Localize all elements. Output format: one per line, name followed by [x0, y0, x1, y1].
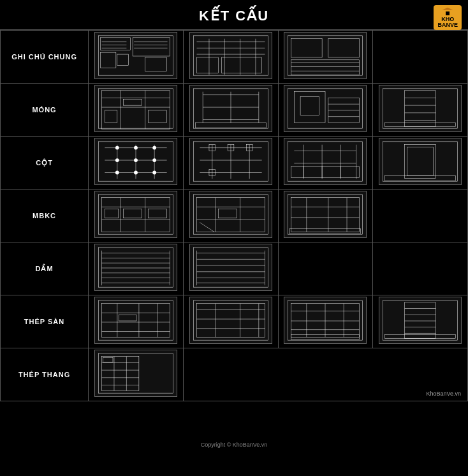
- main-container: KẾT CẤU KHO BANVE GHI CHÚ CHUNG: [0, 0, 468, 476]
- svg-rect-57: [405, 91, 436, 126]
- table-row: MBKC: [1, 190, 468, 242]
- svg-point-77: [134, 171, 138, 175]
- svg-rect-38: [123, 99, 142, 105]
- svg-rect-130: [99, 248, 173, 287]
- svg-rect-24: [221, 57, 261, 73]
- drawing-cell: [89, 295, 184, 348]
- drawing-thumb: [189, 32, 272, 79]
- svg-rect-106: [101, 198, 170, 232]
- svg-rect-51: [300, 97, 319, 115]
- drawing-cell: [183, 242, 278, 295]
- drawing-thumb: [94, 32, 177, 79]
- row-label: THÉP THANG: [1, 348, 89, 401]
- drawing-cell: [278, 84, 373, 137]
- svg-rect-14: [145, 57, 167, 71]
- svg-marker-1: [442, 8, 453, 10]
- svg-rect-26: [291, 39, 323, 57]
- drawing-thumb: [379, 138, 462, 185]
- svg-rect-101: [383, 142, 458, 181]
- logo-icon: [442, 7, 453, 16]
- title-bar: KẾT CẤU: [0, 0, 468, 30]
- svg-rect-176: [405, 302, 436, 338]
- svg-rect-3: [99, 36, 173, 75]
- table-row: THÉP THANG: [1, 348, 468, 401]
- svg-rect-2: [446, 11, 450, 15]
- svg-rect-56: [383, 89, 458, 128]
- svg-rect-115: [196, 198, 265, 232]
- drawing-cell: [89, 242, 184, 295]
- drawing-cell: [89, 84, 184, 137]
- drawing-thumb: [284, 85, 367, 132]
- svg-rect-40: [148, 110, 166, 123]
- content-table: GHI CHÚ CHUNG: [0, 30, 468, 401]
- svg-rect-39: [105, 110, 117, 123]
- drawing-thumb: [284, 32, 367, 79]
- drawing-thumb: [94, 85, 177, 132]
- watermark-text: KhoBanVe.vn: [426, 390, 461, 397]
- svg-point-72: [152, 146, 156, 150]
- svg-rect-15: [193, 36, 268, 75]
- svg-line-121: [200, 223, 214, 232]
- svg-point-78: [152, 171, 156, 175]
- drawing-cell: [89, 190, 184, 242]
- logo: KHO BANVE: [434, 5, 462, 30]
- drawing-cell: [89, 137, 184, 190]
- drawing-cell: [183, 137, 278, 190]
- drawing-cell-empty: [373, 190, 468, 242]
- page-title: KẾT CẤU: [199, 8, 269, 24]
- svg-rect-191: [103, 358, 113, 362]
- table-row: CỘT: [1, 137, 468, 190]
- svg-rect-97: [291, 167, 360, 178]
- row-label: CỘT: [1, 137, 89, 190]
- svg-rect-90: [288, 142, 363, 181]
- row-label: GHI CHÚ CHUNG: [1, 31, 89, 84]
- drawing-thumb: [189, 138, 272, 185]
- drawing-thumb: [284, 297, 367, 344]
- drawing-thumb: [189, 191, 272, 238]
- drawing-cell-empty: [373, 31, 468, 84]
- svg-rect-62: [385, 123, 456, 126]
- table-row: GHI CHÚ CHUNG: [1, 31, 468, 84]
- drawing-cell: [89, 31, 184, 84]
- svg-rect-32: [99, 89, 173, 128]
- svg-point-76: [115, 171, 119, 175]
- drawing-cell-empty: [278, 242, 373, 295]
- drawing-cell: [373, 84, 468, 137]
- drawing-cell: [278, 295, 373, 348]
- svg-rect-113: [148, 209, 166, 218]
- svg-rect-50: [295, 92, 326, 123]
- svg-rect-31: [291, 60, 360, 75]
- svg-rect-25: [288, 36, 363, 75]
- svg-rect-27: [328, 39, 360, 57]
- svg-rect-183: [99, 353, 173, 393]
- drawing-cell-empty: [373, 242, 468, 295]
- svg-point-70: [115, 146, 119, 150]
- svg-rect-150: [101, 304, 170, 338]
- drawing-thumb: [94, 191, 177, 238]
- svg-rect-48: [195, 123, 266, 128]
- drawing-thumb: [94, 138, 177, 185]
- drawing-thumb: [379, 85, 462, 132]
- drawing-cell: [278, 137, 373, 190]
- drawing-thumb: [284, 138, 367, 185]
- drawing-thumb: [379, 297, 462, 344]
- drawing-thumb: [189, 244, 272, 291]
- svg-rect-13: [117, 54, 129, 66]
- copyright-text: Copyright © KhoBanVe.vn: [0, 442, 468, 448]
- svg-rect-103: [407, 147, 434, 176]
- svg-point-75: [152, 158, 156, 162]
- row-label: MÓNG: [1, 84, 89, 137]
- table-row: THÉP SÀN: [1, 295, 468, 348]
- svg-rect-33: [101, 91, 170, 129]
- drawing-cell: [278, 31, 373, 84]
- svg-rect-129: [290, 228, 361, 234]
- row-label: DẦM: [1, 242, 89, 295]
- drawing-table: GHI CHÚ CHUNG: [0, 30, 468, 401]
- svg-point-73: [115, 158, 119, 162]
- drawing-cell: [183, 31, 278, 84]
- svg-rect-140: [193, 248, 268, 287]
- svg-rect-123: [291, 198, 360, 232]
- svg-rect-111: [105, 209, 118, 218]
- drawing-thumb: [94, 297, 177, 344]
- svg-rect-105: [99, 195, 173, 234]
